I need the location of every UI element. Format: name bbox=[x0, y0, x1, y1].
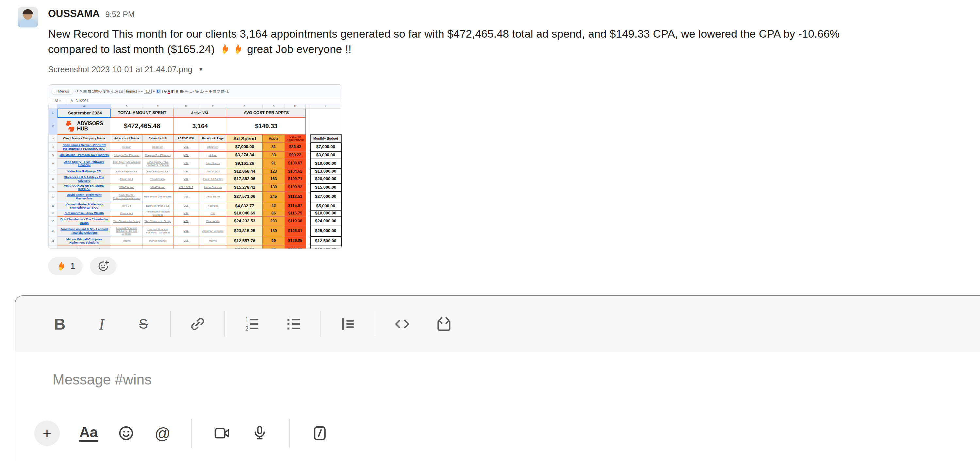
row-number: 6 bbox=[49, 159, 57, 168]
attachment-image-sheet-screenshot[interactable]: ⌕ Menus ↺ ↻ ▤ ▨ 100% ▾ $ % .0 .00 123 Im… bbox=[48, 85, 342, 249]
column-letter-E: E bbox=[199, 104, 227, 108]
toolbar-divider bbox=[290, 419, 290, 448]
cell-calendly: John Sperry - Five Pathways Financial bbox=[142, 159, 173, 168]
message-timestamp[interactable]: 9:52 PM bbox=[105, 10, 134, 19]
cell-cpa: $86.42 bbox=[285, 142, 306, 152]
cell-ad-account: Leonard Financial Solutions - DJ and Leo… bbox=[111, 226, 142, 236]
row-number: 8 bbox=[49, 175, 57, 183]
text-color-icon: A bbox=[167, 89, 170, 94]
cell-ad-spend: $24,233.53 bbox=[227, 217, 262, 226]
italic-button[interactable]: I bbox=[88, 310, 115, 338]
link-icon bbox=[189, 316, 206, 332]
sheet-cell-total-label: TOTAL AMOUNT SPENT bbox=[111, 108, 173, 118]
table-row: 4Brian James Decker - DECKER RETIREMENT … bbox=[49, 142, 341, 152]
cell-ad-account: Paragon Tax Planners bbox=[111, 152, 142, 159]
cell-cpa: $126.01 bbox=[285, 226, 306, 236]
row-number: 5 bbox=[49, 152, 57, 159]
mention-button[interactable]: @ bbox=[154, 424, 170, 442]
redo-icon: ↻ bbox=[79, 89, 82, 93]
cell-ad-spend: $17,882.06 bbox=[227, 175, 262, 183]
cell-appts: 33 bbox=[262, 152, 285, 159]
blockquote-button[interactable] bbox=[334, 310, 362, 338]
cell-vsl: VSL bbox=[173, 191, 199, 202]
video-clip-button[interactable] bbox=[213, 424, 231, 442]
increase-decimal-icon: .00 bbox=[114, 90, 118, 93]
cell-ad-spend: $4,832.77 bbox=[227, 202, 262, 210]
row-number: 16 bbox=[49, 246, 57, 249]
attachment-row: Screenshot 2023-10-01 at 21.44.07.png ▼ bbox=[48, 65, 204, 74]
message-input[interactable]: Message #wins bbox=[15, 352, 980, 407]
table-row: 11Kenneth Porter & Wesley - KennethPorte… bbox=[49, 202, 341, 210]
slash-commands-button[interactable] bbox=[311, 424, 329, 442]
emoji-button[interactable] bbox=[117, 424, 135, 442]
borders-icon: ⊞ bbox=[175, 89, 178, 93]
fire-emoji bbox=[232, 43, 243, 55]
cell-client: David Bezar - Retirement Masterclass bbox=[57, 191, 111, 202]
code-block-button[interactable] bbox=[430, 310, 458, 338]
table-row: 12Cliff Ambrose - Apex WealthParamountPa… bbox=[49, 210, 341, 217]
cell-vsl: VSL bbox=[173, 159, 199, 168]
cell-calendly: Leonard Financial Solutions - Oncehub bbox=[142, 226, 173, 236]
sheet-cell-total-appts: 3,164 bbox=[173, 118, 227, 135]
message-text: New Record This month for our clients 3,… bbox=[48, 26, 966, 57]
cell-budget: $7,000.00 bbox=[310, 142, 341, 152]
code-button[interactable] bbox=[388, 310, 416, 338]
bullet-list-button[interactable] bbox=[280, 310, 307, 338]
fill-color-icon: ◧ bbox=[171, 89, 175, 93]
aa-icon: Aa bbox=[80, 425, 98, 442]
composer-action-bar: + Aa @ bbox=[15, 407, 980, 459]
cell-facebook: DECKER bbox=[199, 142, 227, 152]
message-header: OUSSAMA 9:52 PM bbox=[48, 8, 135, 20]
cell-ad-account: Decker bbox=[111, 142, 142, 152]
attachment-filename[interactable]: Screenshot 2023-10-01 at 21.44.07.png bbox=[48, 65, 192, 74]
attachment-collapse-caret[interactable]: ▼ bbox=[198, 67, 204, 73]
ordered-list-button[interactable]: 12 bbox=[238, 310, 266, 338]
strikethrough-button[interactable]: S bbox=[130, 310, 157, 338]
font-size-input: 18 bbox=[144, 89, 151, 94]
column-letter-A: A bbox=[57, 104, 111, 108]
reaction-bar: 1 bbox=[48, 257, 117, 275]
column-letter-I: I bbox=[306, 104, 310, 108]
cell-budget: $3,000.00 bbox=[310, 152, 341, 159]
cell-ad-account: The Chamberlin Group bbox=[111, 217, 142, 226]
cell-ad-spend: $10,040.69 bbox=[227, 210, 262, 217]
table-row: 7Nate- Five Pathways RRFive Pathways RRF… bbox=[49, 168, 341, 175]
currency-format-icon: $ bbox=[103, 89, 105, 93]
blockquote-icon bbox=[339, 315, 357, 333]
slash-command-icon bbox=[311, 424, 329, 442]
microphone-icon bbox=[251, 424, 269, 442]
search-icon: ⌕ bbox=[54, 89, 57, 94]
col-header-ad-account: Ad account Name bbox=[111, 135, 142, 142]
toolbar-divider bbox=[170, 311, 171, 337]
reaction-fire[interactable]: 1 bbox=[48, 257, 83, 275]
cell-facebook: John Sperry bbox=[199, 159, 227, 168]
cell-facebook: Mclane bbox=[199, 152, 227, 159]
message-username[interactable]: OUSSAMA bbox=[48, 8, 100, 20]
cell-facebook: Cliff bbox=[199, 210, 227, 217]
audio-clip-button[interactable] bbox=[251, 424, 269, 442]
bold-icon: B bbox=[156, 89, 161, 94]
cell-vsl: VSL bbox=[173, 236, 199, 246]
decrease-decimal-icon: .0 bbox=[111, 90, 113, 93]
message-line1: New Record This month for our clients 3,… bbox=[48, 27, 840, 40]
column-letter-F: F bbox=[227, 104, 262, 108]
cell-ad-account: KP&Co bbox=[111, 202, 142, 210]
link-button[interactable] bbox=[184, 310, 212, 338]
col-header-appts: Appts bbox=[262, 135, 285, 142]
toolbar-divider bbox=[224, 311, 225, 337]
sheet-cell-month: September 2024 bbox=[57, 108, 111, 118]
avatar[interactable] bbox=[18, 7, 38, 27]
cell-ad-spend: $9,161.26 bbox=[227, 159, 262, 168]
name-box-caret-icon: ▾ bbox=[59, 100, 61, 102]
cell-client: Tony Ruggieri & Scott Harrison - bbox=[57, 246, 111, 249]
row-number: 7 bbox=[49, 168, 57, 175]
attach-plus-button[interactable]: + bbox=[34, 421, 60, 446]
cell-client: Kenneth Porter & Wesley - KennethPorter … bbox=[57, 202, 111, 210]
add-reaction-button[interactable] bbox=[90, 257, 117, 275]
cell-appts: 99 bbox=[262, 236, 285, 246]
formatting-toggle-button[interactable]: Aa bbox=[80, 425, 98, 442]
bold-button[interactable]: B bbox=[46, 310, 73, 338]
col-header-facebook: Facebook Page bbox=[199, 135, 227, 142]
sheet-cell-total-spent: $472,465.48 bbox=[111, 118, 173, 135]
cell-ad-spend: $23,815.25 bbox=[227, 226, 262, 236]
